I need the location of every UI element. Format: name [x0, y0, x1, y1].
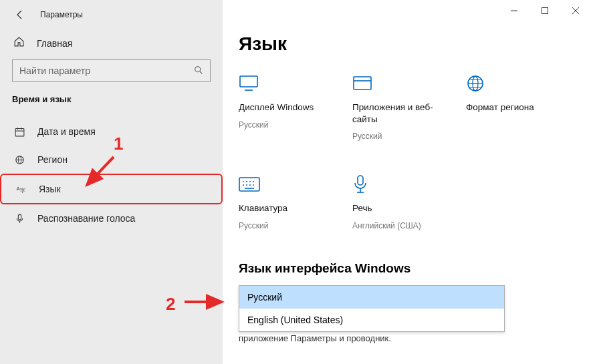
window-controls [499, 0, 591, 21]
tile-title: Речь [352, 202, 439, 214]
tile-sub: Русский [239, 221, 326, 230]
svg-point-0 [195, 67, 201, 72]
sidebar-home-label: Главная [37, 38, 72, 49]
tile-speech[interactable]: Речь Английский (США) [352, 173, 439, 230]
tile-windows-display[interactable]: Дисплей Windows Русский [239, 72, 326, 141]
svg-point-30 [253, 181, 254, 182]
svg-rect-17 [240, 76, 257, 87]
microphone-icon [13, 212, 25, 224]
tile-keyboard[interactable]: Клавиатура Русский [239, 173, 326, 230]
monitor-icon [239, 72, 326, 95]
svg-rect-14 [542, 8, 548, 14]
home-icon [13, 36, 25, 50]
svg-rect-36 [358, 176, 363, 185]
dropdown-option[interactable]: Русский [239, 286, 504, 309]
search-wrap [12, 59, 211, 82]
sidebar-item-label: Дата и время [37, 126, 96, 137]
svg-point-27 [243, 181, 244, 182]
tile-title: Приложения и веб-сайты [352, 102, 439, 125]
svg-rect-11 [18, 214, 21, 220]
svg-rect-2 [15, 128, 24, 136]
main-content: Язык Дисплей Windows Русский Приложения … [223, 0, 591, 364]
titlebar: Параметры [0, 0, 223, 29]
tile-sub: Английский (США) [352, 221, 439, 230]
svg-point-29 [249, 181, 251, 182]
tile-title: Дисплей Windows [239, 102, 326, 114]
svg-point-31 [243, 184, 244, 186]
tile-sub: Русский [239, 120, 326, 130]
tiles: Дисплей Windows Русский Приложения и веб… [239, 72, 575, 230]
svg-rect-26 [239, 178, 259, 191]
sidebar-home[interactable]: Главная [0, 29, 223, 59]
sidebar-item-label: Регион [37, 154, 68, 165]
sidebar: Параметры Главная Время и язык Дата и вр… [0, 0, 223, 364]
display-language-dropdown[interactable]: Русский English (United States) [239, 285, 505, 332]
close-button[interactable] [560, 0, 591, 21]
nav: Дата и время Регион A字 Язык Распознавани… [0, 118, 223, 232]
dropdown-option[interactable]: English (United States) [239, 309, 504, 331]
tile-title: Клавиатура [239, 202, 326, 214]
svg-line-1 [200, 71, 202, 73]
search-input[interactable] [12, 59, 211, 82]
sidebar-item-language[interactable]: A字 Язык [0, 174, 223, 204]
minimize-button[interactable] [499, 0, 529, 21]
sidebar-section-title: Время и язык [0, 94, 223, 108]
tile-sub: Русский [352, 132, 439, 141]
sidebar-item-region[interactable]: Регион [0, 146, 223, 174]
tile-apps-websites[interactable]: Приложения и веб-сайты Русский [352, 72, 439, 141]
svg-text:字: 字 [20, 188, 25, 194]
sidebar-item-speech[interactable]: Распознавание голоса [0, 204, 223, 232]
svg-point-28 [246, 181, 247, 182]
window-title: Параметры [40, 10, 83, 19]
maximize-button[interactable] [529, 0, 560, 21]
globe-icon [13, 154, 25, 166]
svg-point-32 [246, 184, 247, 186]
sidebar-item-label: Распознавание голоса [37, 213, 135, 224]
svg-rect-19 [354, 77, 371, 89]
truncated-text: приложение Параметры и проводник. [239, 332, 575, 343]
microphone-icon [352, 173, 439, 196]
section-display-language: Язык интерфейса Windows [239, 230, 575, 285]
svg-point-34 [253, 184, 254, 186]
svg-point-33 [249, 184, 251, 186]
sidebar-item-date-time[interactable]: Дата и время [0, 118, 223, 146]
tile-region-format[interactable]: Формат региона [466, 72, 553, 141]
sidebar-item-label: Язык [39, 184, 61, 194]
tile-title: Формат региона [466, 102, 553, 114]
back-button[interactable] [12, 7, 28, 23]
window-icon [352, 72, 439, 95]
search-icon [193, 65, 204, 78]
language-icon: A字 [15, 183, 27, 195]
globe-grid-icon [466, 72, 553, 95]
keyboard-icon [239, 173, 326, 196]
calendar-icon [13, 126, 25, 138]
